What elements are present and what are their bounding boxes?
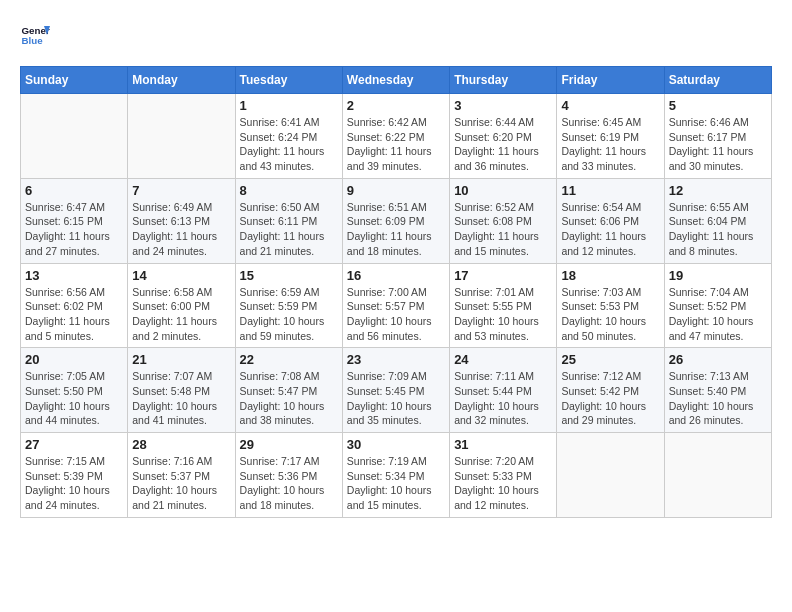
calendar-cell: 4Sunrise: 6:45 AM Sunset: 6:19 PM Daylig…	[557, 94, 664, 179]
day-info: Sunrise: 6:50 AM Sunset: 6:11 PM Dayligh…	[240, 200, 338, 259]
day-number: 4	[561, 98, 659, 113]
calendar-cell: 29Sunrise: 7:17 AM Sunset: 5:36 PM Dayli…	[235, 433, 342, 518]
day-number: 30	[347, 437, 445, 452]
day-info: Sunrise: 7:08 AM Sunset: 5:47 PM Dayligh…	[240, 369, 338, 428]
logo: General Blue	[20, 20, 54, 50]
calendar-cell: 17Sunrise: 7:01 AM Sunset: 5:55 PM Dayli…	[450, 263, 557, 348]
weekday-header-wednesday: Wednesday	[342, 67, 449, 94]
day-number: 6	[25, 183, 123, 198]
day-number: 11	[561, 183, 659, 198]
day-number: 29	[240, 437, 338, 452]
day-info: Sunrise: 7:16 AM Sunset: 5:37 PM Dayligh…	[132, 454, 230, 513]
day-number: 5	[669, 98, 767, 113]
calendar-cell: 25Sunrise: 7:12 AM Sunset: 5:42 PM Dayli…	[557, 348, 664, 433]
day-info: Sunrise: 7:11 AM Sunset: 5:44 PM Dayligh…	[454, 369, 552, 428]
day-number: 12	[669, 183, 767, 198]
calendar-cell: 8Sunrise: 6:50 AM Sunset: 6:11 PM Daylig…	[235, 178, 342, 263]
calendar-cell: 21Sunrise: 7:07 AM Sunset: 5:48 PM Dayli…	[128, 348, 235, 433]
calendar-cell: 7Sunrise: 6:49 AM Sunset: 6:13 PM Daylig…	[128, 178, 235, 263]
day-number: 23	[347, 352, 445, 367]
day-info: Sunrise: 7:01 AM Sunset: 5:55 PM Dayligh…	[454, 285, 552, 344]
calendar-week-row: 1Sunrise: 6:41 AM Sunset: 6:24 PM Daylig…	[21, 94, 772, 179]
day-info: Sunrise: 6:45 AM Sunset: 6:19 PM Dayligh…	[561, 115, 659, 174]
calendar-cell: 2Sunrise: 6:42 AM Sunset: 6:22 PM Daylig…	[342, 94, 449, 179]
day-info: Sunrise: 7:05 AM Sunset: 5:50 PM Dayligh…	[25, 369, 123, 428]
logo-icon: General Blue	[20, 20, 50, 50]
calendar-table: SundayMondayTuesdayWednesdayThursdayFrid…	[20, 66, 772, 518]
calendar-cell: 24Sunrise: 7:11 AM Sunset: 5:44 PM Dayli…	[450, 348, 557, 433]
day-info: Sunrise: 7:13 AM Sunset: 5:40 PM Dayligh…	[669, 369, 767, 428]
calendar-cell: 16Sunrise: 7:00 AM Sunset: 5:57 PM Dayli…	[342, 263, 449, 348]
day-number: 18	[561, 268, 659, 283]
day-info: Sunrise: 6:47 AM Sunset: 6:15 PM Dayligh…	[25, 200, 123, 259]
calendar-week-row: 13Sunrise: 6:56 AM Sunset: 6:02 PM Dayli…	[21, 263, 772, 348]
calendar-cell: 19Sunrise: 7:04 AM Sunset: 5:52 PM Dayli…	[664, 263, 771, 348]
day-info: Sunrise: 7:15 AM Sunset: 5:39 PM Dayligh…	[25, 454, 123, 513]
day-number: 19	[669, 268, 767, 283]
weekday-header-thursday: Thursday	[450, 67, 557, 94]
day-number: 14	[132, 268, 230, 283]
calendar-header-row: SundayMondayTuesdayWednesdayThursdayFrid…	[21, 67, 772, 94]
day-info: Sunrise: 6:54 AM Sunset: 6:06 PM Dayligh…	[561, 200, 659, 259]
day-info: Sunrise: 6:58 AM Sunset: 6:00 PM Dayligh…	[132, 285, 230, 344]
calendar-cell: 5Sunrise: 6:46 AM Sunset: 6:17 PM Daylig…	[664, 94, 771, 179]
day-number: 1	[240, 98, 338, 113]
day-info: Sunrise: 7:04 AM Sunset: 5:52 PM Dayligh…	[669, 285, 767, 344]
calendar-cell: 20Sunrise: 7:05 AM Sunset: 5:50 PM Dayli…	[21, 348, 128, 433]
day-number: 26	[669, 352, 767, 367]
calendar-cell: 12Sunrise: 6:55 AM Sunset: 6:04 PM Dayli…	[664, 178, 771, 263]
day-number: 25	[561, 352, 659, 367]
calendar-week-row: 27Sunrise: 7:15 AM Sunset: 5:39 PM Dayli…	[21, 433, 772, 518]
day-info: Sunrise: 7:09 AM Sunset: 5:45 PM Dayligh…	[347, 369, 445, 428]
calendar-cell: 28Sunrise: 7:16 AM Sunset: 5:37 PM Dayli…	[128, 433, 235, 518]
day-number: 16	[347, 268, 445, 283]
day-number: 8	[240, 183, 338, 198]
calendar-cell	[664, 433, 771, 518]
day-info: Sunrise: 7:07 AM Sunset: 5:48 PM Dayligh…	[132, 369, 230, 428]
svg-text:Blue: Blue	[22, 35, 44, 46]
calendar-cell	[557, 433, 664, 518]
calendar-cell: 9Sunrise: 6:51 AM Sunset: 6:09 PM Daylig…	[342, 178, 449, 263]
day-info: Sunrise: 7:00 AM Sunset: 5:57 PM Dayligh…	[347, 285, 445, 344]
calendar-cell: 18Sunrise: 7:03 AM Sunset: 5:53 PM Dayli…	[557, 263, 664, 348]
weekday-header-friday: Friday	[557, 67, 664, 94]
day-info: Sunrise: 6:56 AM Sunset: 6:02 PM Dayligh…	[25, 285, 123, 344]
day-number: 7	[132, 183, 230, 198]
calendar-cell: 1Sunrise: 6:41 AM Sunset: 6:24 PM Daylig…	[235, 94, 342, 179]
weekday-header-tuesday: Tuesday	[235, 67, 342, 94]
day-number: 15	[240, 268, 338, 283]
day-info: Sunrise: 7:12 AM Sunset: 5:42 PM Dayligh…	[561, 369, 659, 428]
day-number: 10	[454, 183, 552, 198]
day-number: 24	[454, 352, 552, 367]
day-info: Sunrise: 6:41 AM Sunset: 6:24 PM Dayligh…	[240, 115, 338, 174]
calendar-cell: 23Sunrise: 7:09 AM Sunset: 5:45 PM Dayli…	[342, 348, 449, 433]
day-info: Sunrise: 7:19 AM Sunset: 5:34 PM Dayligh…	[347, 454, 445, 513]
day-number: 22	[240, 352, 338, 367]
calendar-cell	[21, 94, 128, 179]
calendar-cell: 15Sunrise: 6:59 AM Sunset: 5:59 PM Dayli…	[235, 263, 342, 348]
day-info: Sunrise: 6:42 AM Sunset: 6:22 PM Dayligh…	[347, 115, 445, 174]
day-number: 28	[132, 437, 230, 452]
day-info: Sunrise: 6:49 AM Sunset: 6:13 PM Dayligh…	[132, 200, 230, 259]
calendar-cell: 27Sunrise: 7:15 AM Sunset: 5:39 PM Dayli…	[21, 433, 128, 518]
day-number: 2	[347, 98, 445, 113]
calendar-cell: 14Sunrise: 6:58 AM Sunset: 6:00 PM Dayli…	[128, 263, 235, 348]
day-number: 21	[132, 352, 230, 367]
calendar-week-row: 20Sunrise: 7:05 AM Sunset: 5:50 PM Dayli…	[21, 348, 772, 433]
day-number: 13	[25, 268, 123, 283]
calendar-cell: 3Sunrise: 6:44 AM Sunset: 6:20 PM Daylig…	[450, 94, 557, 179]
day-number: 17	[454, 268, 552, 283]
calendar-cell	[128, 94, 235, 179]
day-info: Sunrise: 7:20 AM Sunset: 5:33 PM Dayligh…	[454, 454, 552, 513]
day-info: Sunrise: 6:44 AM Sunset: 6:20 PM Dayligh…	[454, 115, 552, 174]
calendar-cell: 10Sunrise: 6:52 AM Sunset: 6:08 PM Dayli…	[450, 178, 557, 263]
calendar-cell: 13Sunrise: 6:56 AM Sunset: 6:02 PM Dayli…	[21, 263, 128, 348]
weekday-header-sunday: Sunday	[21, 67, 128, 94]
day-number: 20	[25, 352, 123, 367]
calendar-cell: 6Sunrise: 6:47 AM Sunset: 6:15 PM Daylig…	[21, 178, 128, 263]
calendar-cell: 30Sunrise: 7:19 AM Sunset: 5:34 PM Dayli…	[342, 433, 449, 518]
day-info: Sunrise: 6:51 AM Sunset: 6:09 PM Dayligh…	[347, 200, 445, 259]
page-header: General Blue	[20, 20, 772, 50]
day-info: Sunrise: 6:59 AM Sunset: 5:59 PM Dayligh…	[240, 285, 338, 344]
day-info: Sunrise: 7:03 AM Sunset: 5:53 PM Dayligh…	[561, 285, 659, 344]
